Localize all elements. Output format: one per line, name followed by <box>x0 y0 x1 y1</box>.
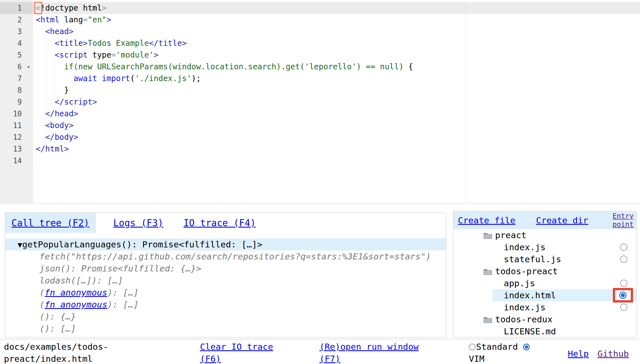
file-name: stateful.js <box>504 254 561 264</box>
entry-point-link[interactable]: Entry point <box>606 212 634 229</box>
create-dir-button[interactable]: Create dir <box>536 215 588 225</box>
code-line[interactable]: </head> <box>33 108 640 120</box>
file-name: index.js <box>504 242 545 252</box>
keybindings-radio-group: Standard VIM <box>469 341 539 364</box>
entry-point-radio-checked[interactable] <box>619 292 627 299</box>
clear-io-trace-label[interactable]: Clear IO trace (F6) <box>200 342 273 364</box>
calltree-row[interactable]: (fn anonymous): […] <box>5 299 446 311</box>
calltree-row[interactable]: (fn anonymous): […] <box>5 335 446 337</box>
code-line[interactable]: <title>Todos Example</title> <box>33 37 640 49</box>
file-tree-file[interactable]: LICENSE.md <box>453 325 636 337</box>
calltree-row[interactable]: (): […] <box>5 323 446 335</box>
file-tree-dir[interactable]: todos-preact <box>453 265 636 277</box>
line-number: 12 <box>0 131 33 143</box>
code-token: = <box>83 15 88 24</box>
create-file-button[interactable]: Create file <box>458 215 515 225</box>
code-token: <head> <box>45 27 74 36</box>
calltree-fn-link[interactable]: fn anonymous <box>45 299 107 309</box>
keybinding-radio-standard[interactable] <box>469 344 476 350</box>
line-number: 2 <box>0 14 33 26</box>
tab-logs-label[interactable]: Logs (F3) <box>113 218 163 228</box>
code-line[interactable]: <!doctype html> <box>33 2 640 14</box>
entry-point-radio[interactable] <box>620 256 627 263</box>
line-number: 7 <box>0 73 33 84</box>
code-line[interactable]: if(new URLSearchParams(window.location.s… <box>33 61 640 73</box>
tab-call-tree[interactable]: Call tree (F2) <box>5 213 96 233</box>
folder-icon <box>483 230 492 242</box>
code-line[interactable]: </html> <box>33 143 640 155</box>
line-number: 5 <box>0 49 33 61</box>
tab-io-trace[interactable]: IO trace (F4) <box>181 213 258 233</box>
code-line[interactable]: } <box>33 84 640 96</box>
github-label[interactable]: Github <box>597 349 629 359</box>
folder-icon <box>483 266 492 278</box>
calltree-row[interactable]: ▼getPopularLanguages(): Promise<fulfille… <box>5 238 446 250</box>
line-number: 3 <box>0 26 33 37</box>
calltree-fn-link[interactable]: fn anonymous <box>45 287 107 297</box>
code-token: type <box>92 50 111 60</box>
tab-logs[interactable]: Logs (F3) <box>110 213 166 233</box>
calltree-row[interactable]: fetch("https://api.github.com/search/rep… <box>5 250 446 263</box>
code-token: </head> <box>36 109 78 118</box>
file-tree-file[interactable]: stateful.js <box>453 253 636 265</box>
reopen-run-window-button[interactable]: (Re)open run window (F7) <box>319 341 425 364</box>
calltree-row[interactable]: (): {…} <box>5 311 446 323</box>
file-name: app.js <box>504 278 535 288</box>
code-editor[interactable]: 123456▾7891011121314 <!doctype html><htm… <box>0 0 640 203</box>
calltree-panel: Call tree (F2)Logs (F3)IO trace (F4) ▼ge… <box>5 212 446 337</box>
code-line[interactable]: <html lang="en"> <box>33 14 640 26</box>
fold-toggle-icon[interactable]: ▾ <box>27 61 30 73</box>
editor-gutter: 123456▾7891011121314 <box>0 0 33 203</box>
file-name: todos-redux <box>495 314 552 324</box>
github-link[interactable]: Github <box>597 348 629 360</box>
line-number: 1 <box>0 2 33 14</box>
calltree-row[interactable]: lodash([…]): […] <box>5 275 446 287</box>
calltree-row[interactable]: json(): Promise<fulfilled: {…}> <box>5 263 446 275</box>
editor-code[interactable]: <!doctype html><html lang="en"> <head> <… <box>33 2 640 167</box>
code-line[interactable] <box>33 155 640 167</box>
line-number: 10 <box>0 108 33 120</box>
entry-point-radio[interactable] <box>620 244 627 251</box>
calltree-fn-link[interactable]: fn anonymous <box>45 335 107 337</box>
tab-call-tree-label[interactable]: Call tree (F2) <box>11 218 89 228</box>
file-tree-file[interactable]: index.js <box>453 241 636 253</box>
code-token: > <box>154 50 158 60</box>
code-line[interactable]: </script> <box>33 96 640 108</box>
line-number: 9 <box>0 96 33 108</box>
code-token: { <box>404 62 413 71</box>
file-tree-file[interactable]: index.html <box>453 289 636 301</box>
code-line[interactable]: await import('./index.js'); <box>33 73 640 84</box>
code-line[interactable]: <body> <box>33 120 640 131</box>
leporello-app: 123456▾7891011121314 <!doctype html><htm… <box>0 0 640 364</box>
file-tree-dir[interactable]: todos-redux <box>453 313 636 325</box>
code-token: </body> <box>36 133 78 142</box>
editor-cursor: < <box>36 3 41 13</box>
calltree-row[interactable]: (fn anonymous): […] <box>5 287 446 299</box>
entry-point-selected-box <box>613 288 633 302</box>
entry-point-radio[interactable] <box>620 280 627 287</box>
status-bar: docs/examples/todos-preact/index.html Cl… <box>0 339 640 364</box>
reopen-run-window-label[interactable]: (Re)open run window (F7) <box>319 342 419 364</box>
keybinding-label-vim[interactable]: VIM <box>469 354 484 364</box>
collapse-arrow-icon[interactable]: ▼ <box>18 240 22 249</box>
code-line[interactable]: <head> <box>33 26 640 37</box>
help-link[interactable]: Help <box>568 348 589 360</box>
clear-io-trace-button[interactable]: Clear IO trace (F6) <box>200 341 281 364</box>
calltree-rows: ▼getPopularLanguages(): Promise<fulfille… <box>5 238 446 337</box>
code-token <box>36 39 55 48</box>
keybinding-radio-vim[interactable] <box>523 344 530 350</box>
code-line[interactable]: <script type='module'> <box>33 49 640 61</box>
file-tree-file[interactable]: index.js <box>453 301 636 313</box>
code-line[interactable]: </body> <box>33 131 640 143</box>
code-token: </title> <box>149 39 187 48</box>
tab-io-trace-label[interactable]: IO trace (F4) <box>183 218 256 228</box>
keybinding-label-standard[interactable]: Standard <box>476 342 518 352</box>
file-tree-file[interactable]: app.js <box>453 277 636 289</box>
file-tree-dir[interactable]: preact <box>453 229 636 241</box>
code-token <box>36 27 45 36</box>
code-token: 'module' <box>116 50 154 60</box>
entry-point-radio[interactable] <box>620 304 627 311</box>
help-label[interactable]: Help <box>568 349 589 359</box>
file-name: preact <box>495 230 526 240</box>
line-number: 6▾ <box>0 61 33 73</box>
